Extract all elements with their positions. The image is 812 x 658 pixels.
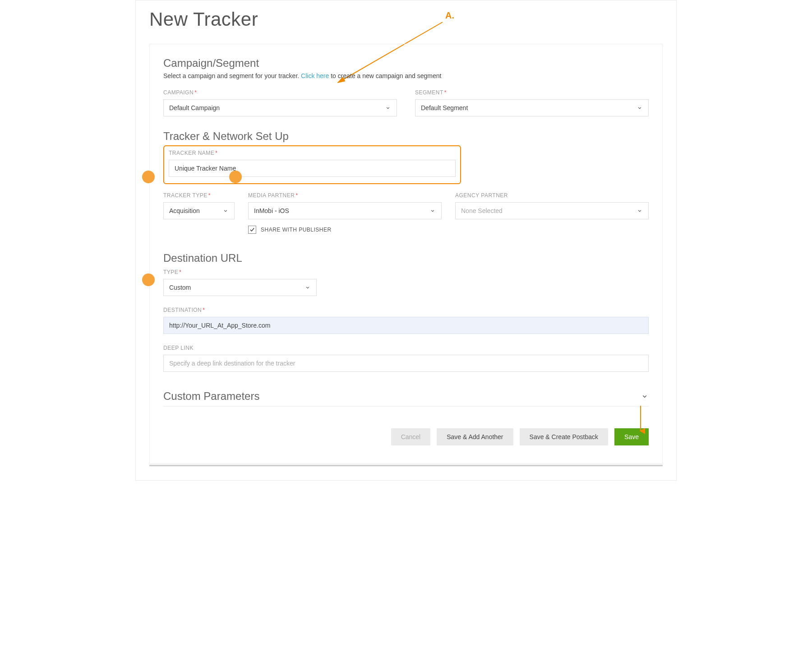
required-asterisk: * — [208, 192, 211, 199]
destination-label: DESTINATION* — [163, 307, 649, 313]
agency-partner-label: AGENCY PARTNER — [455, 192, 649, 199]
button-row: Cancel Save & Add Another Save & Create … — [163, 428, 649, 445]
required-asterisk: * — [179, 269, 181, 275]
segment-select-value: Default Segment — [421, 104, 468, 111]
save-add-another-button[interactable]: Save & Add Another — [437, 428, 513, 445]
section-custom-title: Custom Parameters — [163, 390, 259, 403]
chevron-down-icon — [304, 284, 311, 291]
required-asterisk: * — [194, 89, 197, 96]
save-create-postback-button[interactable]: Save & Create Postback — [520, 428, 609, 445]
agency-partner-value: None Selected — [461, 207, 503, 214]
share-with-publisher-label: SHARE WITH PUBLISHER — [261, 227, 332, 233]
section-campaign-subtext: Select a campaign and segment for your t… — [163, 72, 649, 79]
chevron-down-icon — [385, 105, 391, 111]
tracker-type-label: TRACKER TYPE* — [163, 192, 235, 199]
cancel-button[interactable]: Cancel — [391, 428, 431, 445]
subtext-after: to create a new campaign and segment — [329, 72, 441, 79]
annotation-dot — [142, 273, 155, 286]
destination-input[interactable] — [163, 317, 649, 334]
subtext-before: Select a campaign and segment for your t… — [163, 72, 301, 79]
chevron-down-icon — [637, 105, 643, 111]
save-button[interactable]: Save — [614, 428, 649, 445]
tracker-type-select[interactable]: Acquisition — [163, 202, 235, 219]
page-container: New Tracker A. Campaign/Segment Select a… — [135, 0, 677, 481]
chevron-down-icon — [637, 208, 643, 214]
check-icon — [249, 227, 255, 233]
required-asterisk: * — [444, 89, 447, 96]
custom-parameters-header: Custom Parameters — [163, 390, 649, 407]
click-here-link[interactable]: Click here — [301, 72, 329, 79]
chevron-down-icon — [222, 208, 229, 214]
media-partner-value: InMobi - iOS — [254, 207, 289, 214]
bottom-shadow — [149, 465, 663, 467]
dest-type-value: Custom — [169, 284, 191, 291]
annotation-dot — [142, 171, 155, 183]
required-asterisk: * — [295, 192, 298, 199]
media-partner-select[interactable]: InMobi - iOS — [248, 202, 442, 219]
campaign-select-value: Default Campaign — [169, 104, 220, 111]
media-partner-label: MEDIA PARTNER* — [248, 192, 442, 199]
required-asterisk: * — [215, 150, 217, 156]
form-card: Campaign/Segment Select a campaign and s… — [149, 44, 663, 464]
tracker-name-highlight: TRACKER NAME* — [163, 145, 461, 184]
agency-partner-select[interactable]: None Selected — [455, 202, 649, 219]
deep-link-input[interactable] — [163, 355, 649, 372]
tracker-name-label: TRACKER NAME* — [169, 150, 456, 156]
chevron-down-icon — [641, 392, 649, 400]
tracker-name-input[interactable] — [169, 160, 456, 177]
campaign-label: CAMPAIGN* — [163, 89, 397, 96]
share-with-publisher-checkbox[interactable] — [248, 226, 256, 234]
deep-link-label: DEEP LINK — [163, 345, 649, 351]
required-asterisk: * — [203, 307, 205, 313]
annotation-a-label: A. — [445, 10, 454, 21]
expand-custom-params[interactable] — [641, 392, 649, 400]
dest-type-select[interactable]: Custom — [163, 279, 317, 296]
segment-select[interactable]: Default Segment — [415, 99, 649, 116]
section-campaign-title: Campaign/Segment — [163, 57, 649, 70]
campaign-select[interactable]: Default Campaign — [163, 99, 397, 116]
tracker-type-value: Acquisition — [169, 207, 200, 214]
segment-label: SEGMENT* — [415, 89, 649, 96]
page-title: New Tracker — [149, 9, 663, 30]
section-destination-title: Destination URL — [163, 252, 649, 264]
section-tracker-title: Tracker & Network Set Up — [163, 130, 649, 143]
chevron-down-icon — [429, 208, 436, 214]
dest-type-label: TYPE* — [163, 269, 649, 275]
annotation-dot — [229, 171, 242, 183]
